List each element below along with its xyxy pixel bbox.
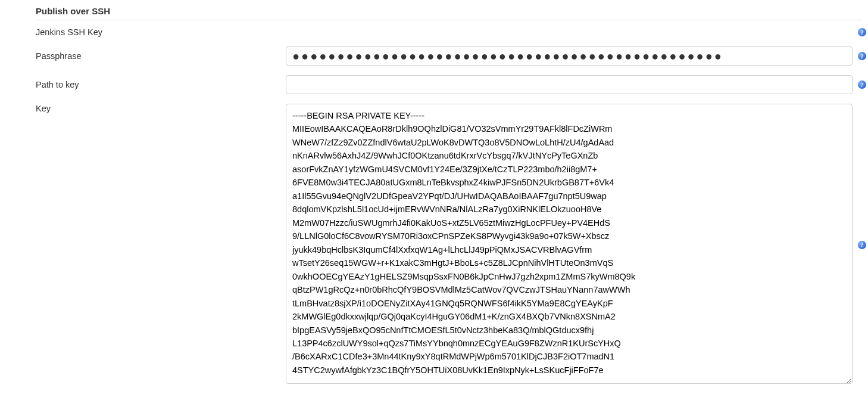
passphrase-label: Passphrase bbox=[36, 51, 286, 61]
help-icon[interactable]: ? bbox=[858, 52, 866, 60]
help-icon[interactable]: ? bbox=[858, 28, 866, 36]
key-textarea[interactable] bbox=[286, 104, 853, 384]
passphrase-input[interactable]: ●●●●●●●●●●●●●●●●●●●●●●●●●●●●●●●●●●●●●●●●… bbox=[286, 46, 853, 66]
path-to-key-input[interactable] bbox=[286, 75, 853, 94]
path-to-key-label: Path to key bbox=[36, 80, 286, 89]
section-divider bbox=[36, 20, 862, 20]
section-title: Publish over SSH bbox=[0, 6, 868, 20]
help-icon[interactable]: ? bbox=[858, 241, 866, 249]
help-icon[interactable]: ? bbox=[858, 80, 866, 89]
key-label: Key bbox=[36, 104, 286, 113]
jenkins-ssh-key-label: Jenkins SSH Key bbox=[36, 27, 286, 37]
